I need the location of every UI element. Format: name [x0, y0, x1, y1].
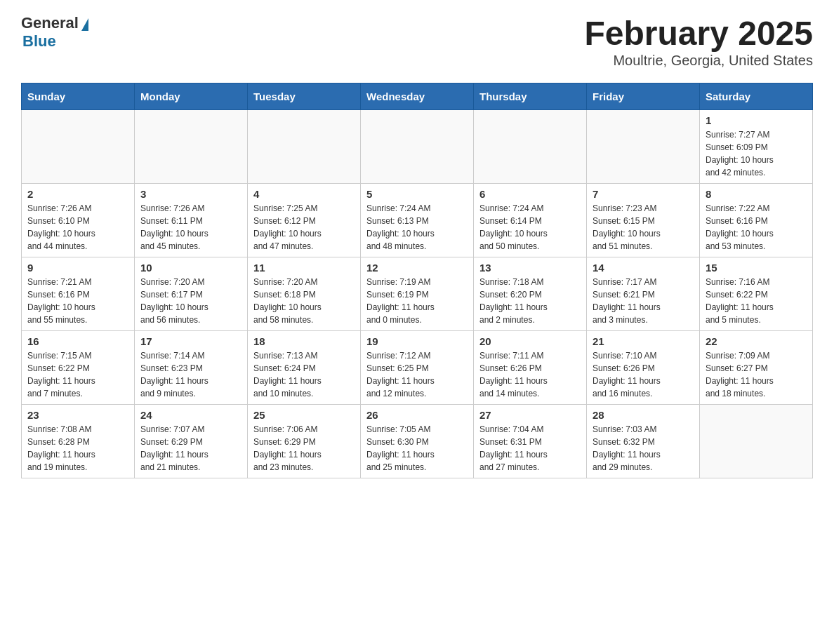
logo-triangle-icon: [81, 18, 88, 31]
calendar-cell: 15Sunrise: 7:16 AM Sunset: 6:22 PM Dayli…: [700, 257, 813, 331]
column-header-saturday: Saturday: [700, 83, 813, 110]
column-header-sunday: Sunday: [22, 83, 135, 110]
day-info: Sunrise: 7:22 AM Sunset: 6:16 PM Dayligh…: [706, 202, 807, 253]
day-info: Sunrise: 7:14 AM Sunset: 6:23 PM Dayligh…: [140, 349, 241, 400]
calendar-cell: [135, 110, 248, 184]
calendar-cell: 24Sunrise: 7:07 AM Sunset: 6:29 PM Dayli…: [135, 405, 248, 478]
calendar-cell: [248, 110, 361, 184]
calendar-cell: 12Sunrise: 7:19 AM Sunset: 6:19 PM Dayli…: [361, 257, 474, 331]
calendar-cell: 20Sunrise: 7:11 AM Sunset: 6:26 PM Dayli…: [474, 331, 587, 405]
day-number: 15: [706, 262, 807, 274]
day-number: 24: [140, 409, 241, 421]
day-number: 20: [479, 335, 581, 347]
day-number: 18: [253, 335, 355, 347]
day-number: 16: [27, 335, 128, 347]
day-info: Sunrise: 7:24 AM Sunset: 6:14 PM Dayligh…: [479, 202, 581, 253]
calendar-cell: 28Sunrise: 7:03 AM Sunset: 6:32 PM Dayli…: [587, 405, 700, 478]
day-number: 11: [253, 262, 355, 274]
day-info: Sunrise: 7:19 AM Sunset: 6:19 PM Dayligh…: [366, 276, 468, 326]
calendar-cell: 18Sunrise: 7:13 AM Sunset: 6:24 PM Dayli…: [248, 331, 361, 405]
calendar-cell: 8Sunrise: 7:22 AM Sunset: 6:16 PM Daylig…: [700, 184, 813, 257]
calendar-cell: 4Sunrise: 7:25 AM Sunset: 6:12 PM Daylig…: [248, 184, 361, 257]
column-header-wednesday: Wednesday: [361, 83, 474, 110]
calendar-cell: [22, 110, 135, 184]
day-info: Sunrise: 7:04 AM Sunset: 6:31 PM Dayligh…: [479, 423, 581, 474]
day-info: Sunrise: 7:13 AM Sunset: 6:24 PM Dayligh…: [253, 349, 355, 400]
calendar-cell: 14Sunrise: 7:17 AM Sunset: 6:21 PM Dayli…: [587, 257, 700, 331]
calendar-cell: 9Sunrise: 7:21 AM Sunset: 6:16 PM Daylig…: [22, 257, 135, 331]
day-info: Sunrise: 7:26 AM Sunset: 6:10 PM Dayligh…: [27, 202, 128, 253]
day-info: Sunrise: 7:05 AM Sunset: 6:30 PM Dayligh…: [366, 423, 468, 474]
column-header-monday: Monday: [135, 83, 248, 110]
calendar-cell: 11Sunrise: 7:20 AM Sunset: 6:18 PM Dayli…: [248, 257, 361, 331]
day-number: 26: [366, 409, 468, 421]
day-number: 12: [366, 262, 468, 274]
title-block: February 2025 Moultrie, Georgia, United …: [584, 14, 813, 69]
calendar-cell: 13Sunrise: 7:18 AM Sunset: 6:20 PM Dayli…: [474, 257, 587, 331]
day-number: 13: [479, 262, 581, 274]
calendar-week-2: 2Sunrise: 7:26 AM Sunset: 6:10 PM Daylig…: [22, 184, 813, 257]
day-info: Sunrise: 7:12 AM Sunset: 6:25 PM Dayligh…: [366, 349, 468, 400]
day-info: Sunrise: 7:24 AM Sunset: 6:13 PM Dayligh…: [366, 202, 468, 253]
calendar-cell: 1Sunrise: 7:27 AM Sunset: 6:09 PM Daylig…: [700, 110, 813, 184]
day-info: Sunrise: 7:10 AM Sunset: 6:26 PM Dayligh…: [593, 349, 694, 400]
calendar-cell: [361, 110, 474, 184]
page-header: General Blue February 2025 Moultrie, Geo…: [21, 14, 813, 69]
column-header-friday: Friday: [587, 83, 700, 110]
calendar-cell: [587, 110, 700, 184]
calendar-cell: 7Sunrise: 7:23 AM Sunset: 6:15 PM Daylig…: [587, 184, 700, 257]
calendar-cell: 2Sunrise: 7:26 AM Sunset: 6:10 PM Daylig…: [22, 184, 135, 257]
day-number: 9: [27, 262, 128, 274]
day-info: Sunrise: 7:08 AM Sunset: 6:28 PM Dayligh…: [27, 423, 128, 474]
day-number: 28: [593, 409, 694, 421]
calendar-cell: 25Sunrise: 7:06 AM Sunset: 6:29 PM Dayli…: [248, 405, 361, 478]
day-number: 8: [706, 188, 807, 200]
calendar-subtitle: Moultrie, Georgia, United States: [584, 53, 813, 69]
calendar-title: February 2025: [584, 14, 813, 53]
calendar-week-1: 1Sunrise: 7:27 AM Sunset: 6:09 PM Daylig…: [22, 110, 813, 184]
calendar-cell: 22Sunrise: 7:09 AM Sunset: 6:27 PM Dayli…: [700, 331, 813, 405]
calendar-cell: 23Sunrise: 7:08 AM Sunset: 6:28 PM Dayli…: [22, 405, 135, 478]
day-info: Sunrise: 7:03 AM Sunset: 6:32 PM Dayligh…: [593, 423, 694, 474]
calendar-cell: 21Sunrise: 7:10 AM Sunset: 6:26 PM Dayli…: [587, 331, 700, 405]
day-number: 10: [140, 262, 241, 274]
day-info: Sunrise: 7:20 AM Sunset: 6:18 PM Dayligh…: [253, 276, 355, 326]
calendar-cell: 16Sunrise: 7:15 AM Sunset: 6:22 PM Dayli…: [22, 331, 135, 405]
day-info: Sunrise: 7:25 AM Sunset: 6:12 PM Dayligh…: [253, 202, 355, 253]
day-number: 19: [366, 335, 468, 347]
day-info: Sunrise: 7:26 AM Sunset: 6:11 PM Dayligh…: [140, 202, 241, 253]
day-info: Sunrise: 7:23 AM Sunset: 6:15 PM Dayligh…: [593, 202, 694, 253]
day-number: 17: [140, 335, 241, 347]
day-info: Sunrise: 7:27 AM Sunset: 6:09 PM Dayligh…: [706, 128, 807, 179]
day-number: 3: [140, 188, 241, 200]
column-header-tuesday: Tuesday: [248, 83, 361, 110]
calendar-cell: 10Sunrise: 7:20 AM Sunset: 6:17 PM Dayli…: [135, 257, 248, 331]
calendar-header-row: SundayMondayTuesdayWednesdayThursdayFrid…: [22, 83, 813, 110]
day-info: Sunrise: 7:07 AM Sunset: 6:29 PM Dayligh…: [140, 423, 241, 474]
day-number: 21: [593, 335, 694, 347]
calendar-cell: 3Sunrise: 7:26 AM Sunset: 6:11 PM Daylig…: [135, 184, 248, 257]
day-info: Sunrise: 7:18 AM Sunset: 6:20 PM Dayligh…: [479, 276, 581, 326]
day-number: 7: [593, 188, 694, 200]
column-header-thursday: Thursday: [474, 83, 587, 110]
day-number: 27: [479, 409, 581, 421]
day-info: Sunrise: 7:17 AM Sunset: 6:21 PM Dayligh…: [593, 276, 694, 326]
day-number: 5: [366, 188, 468, 200]
day-info: Sunrise: 7:16 AM Sunset: 6:22 PM Dayligh…: [706, 276, 807, 326]
day-number: 23: [27, 409, 128, 421]
calendar-week-3: 9Sunrise: 7:21 AM Sunset: 6:16 PM Daylig…: [22, 257, 813, 331]
day-number: 6: [479, 188, 581, 200]
calendar-week-4: 16Sunrise: 7:15 AM Sunset: 6:22 PM Dayli…: [22, 331, 813, 405]
day-info: Sunrise: 7:20 AM Sunset: 6:17 PM Dayligh…: [140, 276, 241, 326]
logo-blue-text: Blue: [22, 32, 56, 51]
calendar-week-5: 23Sunrise: 7:08 AM Sunset: 6:28 PM Dayli…: [22, 405, 813, 478]
day-number: 4: [253, 188, 355, 200]
calendar-cell: 27Sunrise: 7:04 AM Sunset: 6:31 PM Dayli…: [474, 405, 587, 478]
day-number: 2: [27, 188, 128, 200]
day-number: 22: [706, 335, 807, 347]
calendar-cell: 17Sunrise: 7:14 AM Sunset: 6:23 PM Dayli…: [135, 331, 248, 405]
day-number: 14: [593, 262, 694, 274]
day-info: Sunrise: 7:09 AM Sunset: 6:27 PM Dayligh…: [706, 349, 807, 400]
calendar-cell: 19Sunrise: 7:12 AM Sunset: 6:25 PM Dayli…: [361, 331, 474, 405]
calendar-table: SundayMondayTuesdayWednesdayThursdayFrid…: [21, 83, 813, 478]
